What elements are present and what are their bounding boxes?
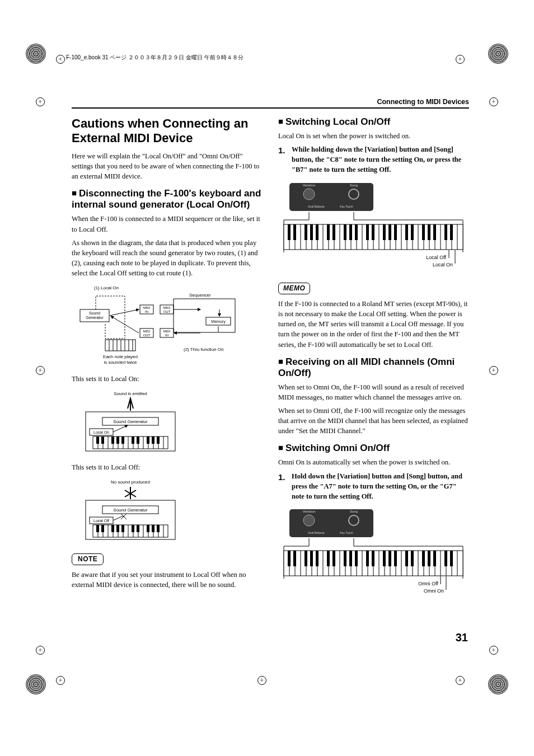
svg-rect-143 <box>372 224 374 240</box>
svg-rect-209 <box>383 551 386 566</box>
svg-rect-133 <box>293 224 296 240</box>
svg-text:Song: Song <box>350 510 358 513</box>
svg-rect-132 <box>288 224 291 240</box>
svg-rect-141 <box>355 224 358 240</box>
svg-rect-204 <box>344 551 346 566</box>
svg-rect-134 <box>305 224 307 240</box>
local-keyboard-diagram: Variation Song Dual Balance Key Touch <box>278 180 469 275</box>
svg-text:OUT: OUT <box>143 334 151 337</box>
svg-rect-200 <box>310 551 313 566</box>
crop-mark-icon <box>489 364 498 375</box>
registration-rosette <box>26 44 46 64</box>
svg-text:Local Off: Local Off <box>93 519 109 523</box>
svg-rect-21 <box>105 340 135 351</box>
svg-text:Key Touch: Key Touch <box>340 205 353 208</box>
registration-rosette <box>488 674 508 694</box>
diag-label: is sounded twice <box>104 360 137 365</box>
svg-text:Sound Generator: Sound Generator <box>113 508 148 513</box>
svg-rect-86 <box>116 525 119 532</box>
svg-text:MIDI: MIDI <box>163 306 171 309</box>
svg-text:Local On: Local On <box>93 430 109 434</box>
svg-rect-217 <box>444 551 447 566</box>
svg-rect-136 <box>316 224 318 240</box>
svg-rect-89 <box>137 525 139 532</box>
svg-rect-197 <box>288 551 291 566</box>
svg-rect-215 <box>428 551 430 566</box>
svg-rect-151 <box>433 224 436 240</box>
svg-rect-142 <box>366 224 369 240</box>
svg-rect-199 <box>305 551 307 566</box>
step-number: 1. <box>278 471 287 501</box>
step-body: While holding down the [Variation] butto… <box>292 144 469 175</box>
svg-rect-59 <box>152 436 154 444</box>
svg-text:MIDI: MIDI <box>143 330 151 333</box>
svg-rect-54 <box>116 436 119 444</box>
crop-mark-icon <box>36 644 45 655</box>
section-header: Connecting to MIDI Devices <box>72 98 469 109</box>
body-text: When the F-100 is connected to a MIDI se… <box>72 214 263 234</box>
svg-rect-90 <box>147 525 149 532</box>
local-on-diagram: Sound is emitted Sound Generator Local O… <box>72 388 263 457</box>
svg-rect-56 <box>132 436 134 444</box>
svg-rect-0 <box>174 299 235 332</box>
h2-receiving-omni: ■Receiving on all MIDI channels (Omni On… <box>278 356 469 379</box>
svg-rect-55 <box>121 436 124 444</box>
svg-rect-83 <box>96 525 99 532</box>
svg-rect-52 <box>101 436 104 444</box>
h2-switching-local-text: Switching Local On/Off <box>285 116 390 127</box>
svg-rect-93 <box>289 183 373 211</box>
svg-line-15 <box>110 309 139 316</box>
svg-rect-68 <box>93 525 168 537</box>
diag-label: Sequencer <box>189 293 211 298</box>
step-1b: 1. Hold down the [Variation] button and … <box>278 471 469 501</box>
svg-text:MIDI: MIDI <box>163 330 171 333</box>
svg-rect-144 <box>383 224 386 240</box>
svg-text:Omni On: Omni On <box>424 588 444 594</box>
svg-rect-51 <box>96 436 99 444</box>
svg-rect-84 <box>101 525 104 532</box>
crop-mark-icon <box>257 674 266 685</box>
svg-text:No sound produced: No sound produced <box>111 480 150 485</box>
svg-text:Variation: Variation <box>302 510 315 513</box>
memo-badge: MEMO <box>278 283 310 294</box>
svg-rect-92 <box>157 525 160 532</box>
right-column: ■Switching Local On/Off Local On is set … <box>278 116 469 605</box>
svg-text:OUT: OUT <box>163 310 171 313</box>
svg-rect-53 <box>111 436 114 444</box>
svg-text:Omni Off: Omni Off <box>418 581 438 586</box>
left-column: Cautions when Connecting an External MID… <box>72 116 263 605</box>
h2-switching-omni: ■Switching Omni On/Off <box>278 443 469 454</box>
h2-disconnecting-text: Disconnecting the F-100's keyboard and i… <box>72 188 261 210</box>
registration-rosette <box>488 44 508 64</box>
diag-label: Each note played <box>103 354 138 359</box>
svg-text:Variation: Variation <box>302 184 315 187</box>
omni-keyboard-diagram: Variation Song Dual Balance Key Touch <box>278 506 469 601</box>
diag-label: (1) Local On <box>94 285 119 290</box>
svg-rect-88 <box>132 525 134 532</box>
svg-point-159 <box>303 515 315 526</box>
svg-rect-150 <box>428 224 430 240</box>
svg-rect-135 <box>310 224 313 240</box>
diag-label: (2) Thru function On <box>184 347 223 352</box>
svg-point-94 <box>303 189 315 200</box>
step-1: 1. While holding down the [Variation] bu… <box>278 144 469 175</box>
body-text: Omni On is automatically set when the po… <box>278 457 469 467</box>
svg-rect-203 <box>332 551 335 566</box>
svg-line-35 <box>113 425 128 432</box>
h2-switching-local: ■Switching Local On/Off <box>278 116 469 128</box>
svg-rect-147 <box>405 224 408 240</box>
crop-mark-icon <box>489 644 498 655</box>
svg-rect-207 <box>366 551 369 566</box>
h1-cautions: Cautions when Connecting an External MID… <box>72 116 263 145</box>
intro-text: Here we will explain the "Local On/Off" … <box>72 151 263 181</box>
svg-text:IN: IN <box>165 334 168 337</box>
h2-disconnecting: ■Disconnecting the F-100's keyboard and … <box>72 188 263 210</box>
svg-rect-148 <box>411 224 414 240</box>
body-text: When set to Omni On, the F-100 will soun… <box>278 382 469 402</box>
svg-rect-212 <box>405 551 408 566</box>
crop-mark-icon <box>36 95 45 107</box>
svg-text:Dual Balance: Dual Balance <box>308 205 325 208</box>
svg-rect-202 <box>327 551 330 566</box>
step-number: 1. <box>278 144 287 175</box>
svg-rect-201 <box>316 551 318 566</box>
